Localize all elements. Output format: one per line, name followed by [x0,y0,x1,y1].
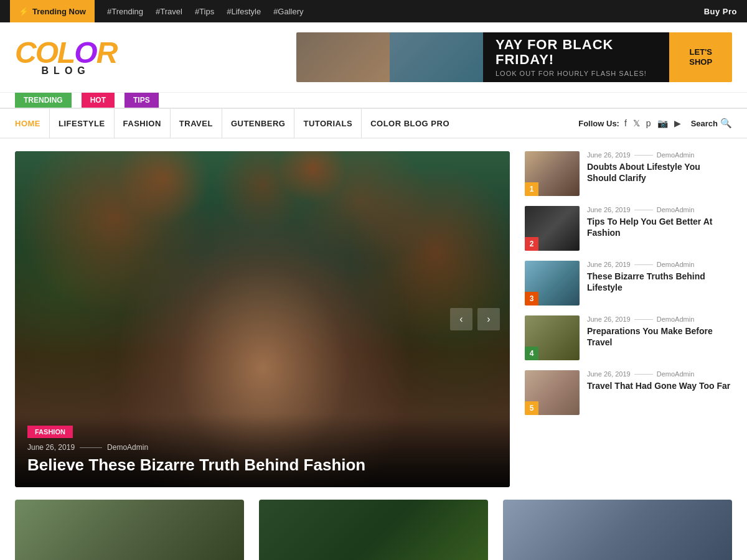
bottom-card-1[interactable] [15,500,244,560]
nav-fashion[interactable]: FASHION [115,108,171,138]
slider-category-badge[interactable]: Fashion [27,426,73,438]
trending-now-badge: ⚡ Trending Now [10,0,95,22]
main-slider: ‹ › Fashion June 26, 2019 ——— DemoAdmin … [15,151,510,487]
nav-tutorials[interactable]: TUTORIALS [294,108,362,138]
tab-tips[interactable]: TIPS [125,93,159,108]
post-number-4: 4 [525,347,538,360]
sidebar-date-2: June 26, 2019 DemoAdmin [587,206,732,213]
sidebar-title-1[interactable]: Doubts About Lifestyle You Should Clarif… [587,161,732,184]
sidebar-date-3: June 26, 2019 DemoAdmin [587,261,732,268]
tag-gallery[interactable]: #Gallery [268,7,308,16]
post-number-3: 3 [525,292,538,306]
sidebar-thumb-4: 4 [525,315,580,360]
sidebar-date-5: June 26, 2019 DemoAdmin [587,370,732,378]
logo-c: C [15,36,35,69]
logo[interactable]: COLOR BLOG [15,38,116,77]
post-number-1: 1 [525,182,538,196]
sidebar-thumb-5: 5 [525,370,580,415]
content-area: ‹ › Fashion June 26, 2019 ——— DemoAdmin … [0,139,747,500]
sidebar-title-4[interactable]: Preparations You Make Before Travel [587,325,732,348]
nav-lifestyle[interactable]: LIFESTYLE [50,108,115,138]
banner-images [296,32,483,82]
bolt-icon: ⚡ [19,7,29,16]
main-nav: HOME LIFESTYLE FASHION TRAVEL GUTENBERG … [0,109,747,139]
sidebar-title-5[interactable]: Travel That Had Gone Way Too Far [587,380,732,391]
sidebar-date-4: June 26, 2019 DemoAdmin [587,315,732,323]
nav-travel[interactable]: TRAVEL [171,108,222,138]
top-bar: ⚡ Trending Now #Trending #Travel #Tips #… [0,0,747,22]
sidebar-content-3: June 26, 2019 DemoAdmin These Bizarre Tr… [587,261,732,293]
tab-hot[interactable]: HOT [82,93,115,108]
top-nav-tags: #Trending #Travel #Tips #Lifestyle #Gall… [95,7,309,16]
nav-right: Follow Us: f 𝕏 p 📷 ▶ Search 🔍 [578,118,732,129]
youtube-icon[interactable]: ▶ [674,118,681,128]
logo-r: R [96,36,117,69]
logo-blog-text: BLOG [42,65,90,77]
sidebar-post-2: 2 June 26, 2019 DemoAdmin Tips To Help Y… [525,206,732,251]
logo-color-text: COLOR [15,38,116,68]
sidebar-content-1: June 26, 2019 DemoAdmin Doubts About Lif… [587,151,732,184]
banner-dark: YAY FOR BLACK FRIDAY! LOOK OUT FOR HOURL… [483,32,669,82]
slider-meta-separator: ——— [80,443,102,452]
nav-home[interactable]: HOME [15,108,50,138]
bottom-row [0,500,747,560]
sidebar-post-5: 5 June 26, 2019 DemoAdmin Travel That Ha… [525,370,732,415]
slider-overlay: Fashion June 26, 2019 ——— DemoAdmin Beli… [15,413,510,487]
tab-trending[interactable]: TRENDING [15,93,72,108]
bottom-card-3[interactable] [503,500,732,560]
nav-links: HOME LIFESTYLE FASHION TRAVEL GUTENBERG … [15,108,578,138]
bottom-card-2[interactable] [259,500,488,560]
header-banner: YAY FOR BLACK FRIDAY! LOOK OUT FOR HOURL… [296,32,732,82]
slider-title: Believe These Bizarre Truth Behind Fashi… [27,455,497,475]
banner-image-1 [296,32,390,82]
nav-gutenberg[interactable]: GUTENBERG [222,108,295,138]
banner-image-2 [390,32,483,82]
sidebar-content-2: June 26, 2019 DemoAdmin Tips To Help You… [587,206,732,238]
tag-travel[interactable]: #Travel [151,7,187,16]
sidebar-post-3: 3 June 26, 2019 DemoAdmin These Bizarre … [525,261,732,306]
sidebar-date-1: June 26, 2019 DemoAdmin [587,151,732,159]
sidebar: 1 June 26, 2019 DemoAdmin Doubts About L… [525,151,732,487]
slider-date: June 26, 2019 [27,443,75,452]
sidebar-post-4: 4 June 26, 2019 DemoAdmin Preparations Y… [525,315,732,360]
social-icons: f 𝕏 p 📷 ▶ [624,118,681,128]
banner-title: YAY FOR BLACK FRIDAY! [496,37,657,67]
logo-l: L [57,36,74,69]
search-button[interactable]: Search 🔍 [691,118,732,129]
sidebar-post-1: 1 June 26, 2019 DemoAdmin Doubts About L… [525,151,732,196]
slider-next-button[interactable]: › [477,308,500,330]
tabs-row: TRENDING HOT TIPS [0,93,747,109]
site-header: COLOR BLOG YAY FOR BLACK FRIDAY! LOOK OU… [0,22,747,93]
slider-author: DemoAdmin [107,443,148,452]
sidebar-thumb-2: 2 [525,206,580,251]
tag-tips[interactable]: #Tips [190,7,219,16]
nav-colorblogpro[interactable]: COLOR BLOG PRO [362,108,458,138]
sidebar-content-4: June 26, 2019 DemoAdmin Preparations You… [587,315,732,348]
facebook-icon[interactable]: f [624,118,627,128]
logo-o2: O [74,36,96,69]
tag-lifestyle[interactable]: #Lifestyle [222,7,266,16]
tag-trending[interactable]: #Trending [102,7,148,16]
pinterest-icon[interactable]: p [646,118,651,128]
slider-meta: June 26, 2019 ——— DemoAdmin [27,443,497,452]
search-icon: 🔍 [720,118,732,129]
post-number-2: 2 [525,237,538,251]
sidebar-title-3[interactable]: These Bizarre Truths Behind Lifestyle [587,271,732,293]
instagram-icon[interactable]: 📷 [657,118,668,128]
banner-subtitle: LOOK OUT FOR HOURLY FLASH SALES! [496,70,657,77]
twitter-icon[interactable]: 𝕏 [633,118,640,128]
follow-us-label: Follow Us: [578,119,619,128]
slider-navigation: ‹ › [450,308,500,330]
sidebar-thumb-3: 3 [525,261,580,306]
post-number-5: 5 [525,401,538,415]
sidebar-thumb-1: 1 [525,151,580,196]
logo-o: O [35,36,57,69]
sidebar-content-5: June 26, 2019 DemoAdmin Travel That Had … [587,370,732,391]
search-label: Search [691,119,718,128]
buy-pro-link[interactable]: Buy Pro [704,7,737,16]
banner-cta-button[interactable]: LET'S SHOP [669,32,732,82]
trending-now-label: Trending Now [32,7,86,16]
sidebar-title-2[interactable]: Tips To Help You Get Better At Fashion [587,216,732,238]
top-bar-left: ⚡ Trending Now #Trending #Travel #Tips #… [10,0,309,22]
slider-prev-button[interactable]: ‹ [450,308,472,330]
